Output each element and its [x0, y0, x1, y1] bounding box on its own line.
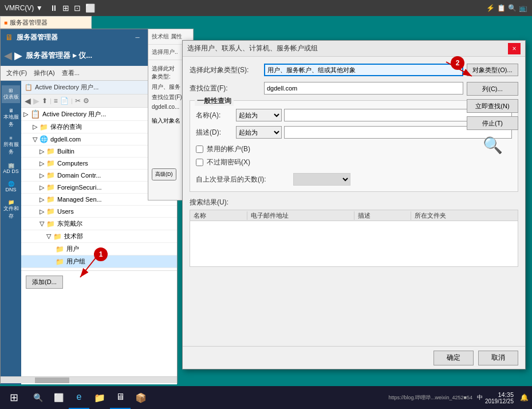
taskbar-folder[interactable]: 📁: [89, 386, 110, 409]
tree-item-dongguan[interactable]: ▽ 📁 东莞戴尔: [21, 218, 177, 230]
taskbar-notification[interactable]: 🔔: [518, 386, 530, 409]
stop-btn[interactable]: 停止(T): [467, 116, 518, 130]
taskbar-server[interactable]: 🖥: [110, 386, 131, 409]
managed-icon: 📁: [46, 195, 55, 203]
builtin-icon: 📁: [46, 147, 55, 155]
expand-ad[interactable]: ▷: [23, 111, 28, 118]
nav-all[interactable]: ≡ 所有服务: [2, 133, 20, 158]
desc-condition[interactable]: 起始为: [236, 126, 282, 139]
name-condition[interactable]: 起始为 结束为 等于: [236, 109, 282, 121]
dc-label: Domain Contr...: [57, 172, 101, 179]
builtin-label: Builtin: [57, 148, 74, 155]
add-button[interactable]: 添加(D...: [26, 276, 63, 289]
toolbar-menu-action[interactable]: 操作(A): [30, 69, 58, 77]
nav-files[interactable]: 📁 文件和存: [2, 197, 20, 222]
ad-label: Active Directory 用户...: [42, 110, 106, 119]
sm-min-btn[interactable]: ─: [130, 31, 145, 44]
tb-back[interactable]: ◀: [25, 96, 31, 105]
expand-dgdell[interactable]: ▽: [33, 136, 37, 143]
tb-up[interactable]: ⬆: [42, 97, 48, 105]
nav-dns[interactable]: 🌐 DNS: [2, 179, 20, 195]
expand-tech[interactable]: ▽: [46, 233, 51, 240]
vmrc-icon1[interactable]: ⚡: [486, 4, 495, 12]
location-input[interactable]: [264, 82, 463, 95]
expand-computers[interactable]: ▷: [40, 160, 44, 167]
taskbar-url: https://blog.哔哩哔...weixin_4252■54: [388, 394, 472, 402]
dgdell-icon: 🌐: [40, 135, 48, 143]
nav-dashboard[interactable]: ⊞ 仪表板: [2, 85, 20, 103]
vmrc-icon4[interactable]: 📺: [519, 4, 527, 12]
users-label: Users: [57, 208, 74, 215]
general-query-title: 一般性查询: [195, 96, 234, 106]
vmrc-top-bar: VMRC(V) ▼ ⏸ ⊞ ⊡ ⬜ ⚡ 📋 🔍 📺: [0, 0, 532, 16]
taskbar-extra[interactable]: 📦: [131, 386, 151, 409]
days-row: 自上次登录后的天数(I):: [196, 173, 512, 186]
annotation-2: 2: [451, 56, 464, 70]
dialog-close-btn[interactable]: ×: [508, 43, 521, 54]
vmrc-icon2[interactable]: 📋: [497, 4, 506, 12]
dgdell-label: dgdell.com: [50, 136, 81, 143]
nopwd-checkbox[interactable]: [196, 159, 203, 166]
ok-btn[interactable]: 确定: [434, 351, 474, 365]
select-user-dialog: 选择用户、联系人、计算机、服务帐户或组 × 选择此对象类型(S): 对象类型(O…: [182, 40, 526, 369]
col-name: 名称: [190, 211, 247, 220]
desc-label: 描述(D):: [196, 128, 236, 137]
vmrc-title[interactable]: VMRC(V) ▼: [5, 4, 43, 12]
nav-adds[interactable]: 🏢 AD DS: [2, 160, 20, 176]
expand-users[interactable]: ▷: [40, 208, 44, 215]
tech-label: 技术部: [64, 232, 83, 241]
sm-scroll-bar[interactable]: [1, 376, 177, 383]
days-select[interactable]: [293, 173, 350, 186]
taskview-btn[interactable]: ⬜: [48, 386, 69, 409]
col-desc: 描述: [354, 211, 412, 220]
search-btn[interactable]: 🔍: [27, 386, 48, 409]
disabled-checkbox[interactable]: [196, 145, 203, 153]
user-folder-icon: 📁: [56, 245, 64, 253]
obj-type-label: 选择此对象类型(S):: [190, 65, 264, 75]
dialog-title-bar: 选择用户、联系人、计算机、服务帐户或组 ×: [183, 41, 525, 57]
obj-type-input[interactable]: [264, 64, 463, 76]
sm-window-icon: 🖥: [5, 33, 13, 42]
tree-item-users[interactable]: ▷ 📁 Users: [21, 206, 177, 218]
pause-icon[interactable]: ⏸: [50, 3, 58, 13]
vmrc-icon3[interactable]: 🔍: [508, 4, 517, 12]
back-icon[interactable]: ◀: [4, 49, 12, 62]
nopwd-checkbox-row: 不过期密码(X): [196, 158, 512, 167]
start-btn[interactable]: ⊞: [0, 386, 27, 409]
restore-icon[interactable]: ⬜: [85, 3, 95, 13]
sm-breadcrumb: 服务器管理器 ▸ 仪...: [26, 50, 92, 61]
location-label: 查找位置(F):: [190, 84, 264, 93]
tb-cut[interactable]: ✂: [75, 97, 81, 105]
saved-label: 保存的查询: [50, 123, 82, 131]
tb-more[interactable]: ⚙: [83, 97, 89, 105]
foreign-icon: 📁: [46, 183, 55, 191]
saved-icon: 📁: [40, 123, 48, 131]
dialog-footer: 确定 取消: [183, 346, 525, 369]
annotation-1: 1: [94, 247, 108, 261]
expand-managed[interactable]: ▷: [40, 196, 44, 203]
taskbar-date: 2019/12/25: [485, 398, 514, 404]
expand-dc[interactable]: ▷: [40, 172, 44, 179]
toolbar-menu-view[interactable]: 查看...: [58, 69, 83, 77]
expand-foreign[interactable]: ▷: [40, 184, 44, 191]
magnifier-icon: 🔍: [467, 133, 518, 156]
tb-new[interactable]: 📄: [60, 97, 69, 105]
nav-local[interactable]: 🖥 本地服务: [2, 105, 20, 131]
tb-fwd[interactable]: ▶: [33, 96, 40, 105]
connect-icon[interactable]: ⊞: [62, 3, 69, 13]
window-icon[interactable]: ⊡: [74, 3, 81, 13]
taskbar-ie[interactable]: e: [69, 386, 89, 409]
forward-icon[interactable]: ▶: [14, 49, 22, 62]
foreign-label: ForeignSecuri...: [57, 184, 102, 191]
expand-saved[interactable]: ▷: [33, 123, 37, 131]
users-icon: 📁: [46, 207, 55, 215]
expand-dongguan[interactable]: ▽: [40, 220, 44, 227]
cancel-btn[interactable]: 取消: [478, 351, 518, 365]
expand-builtin[interactable]: ▷: [40, 148, 44, 155]
tree-item-tech[interactable]: ▽ 📁 技术部: [21, 230, 177, 243]
advanced-btn[interactable]: 高级(D): [152, 168, 176, 180]
taskbar-time: 14:35: [485, 391, 514, 398]
find-btn[interactable]: 立即查找(N): [467, 99, 518, 113]
tb-view[interactable]: ≡: [54, 97, 58, 105]
toolbar-menu-file[interactable]: 文件(F): [3, 69, 30, 77]
